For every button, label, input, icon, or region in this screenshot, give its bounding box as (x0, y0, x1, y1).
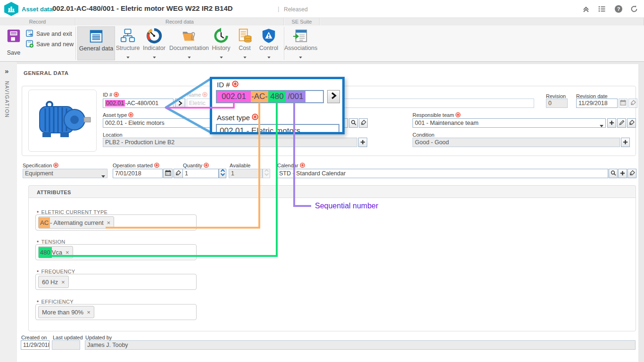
structure-icon (120, 28, 136, 44)
responsible-team-select[interactable]: 001 - Maintenance team (413, 118, 606, 128)
quantity-input[interactable]: 1 (182, 169, 219, 178)
required-icon (204, 163, 209, 169)
calendar-clear-button[interactable] (627, 169, 636, 178)
tab-general-data[interactable]: General data (77, 26, 115, 60)
quantity-label: Quantity (183, 163, 209, 169)
condition-add-button[interactable] (621, 138, 630, 147)
chip-text: More than 90% (42, 309, 83, 316)
attribute-field-efficiency[interactable]: More than 90%× (35, 304, 197, 320)
ribbon-separator (75, 27, 76, 60)
operation-started-calendar-button[interactable] (163, 169, 173, 178)
popup-asset-type-input[interactable]: 002.01 - Eletric motors (216, 124, 339, 134)
last-updated-input (52, 340, 80, 350)
location-input: PLB2 - Production Line B2 (103, 138, 357, 147)
tab-label: Control (257, 45, 280, 51)
attribute-field-eletric-current-type[interactable]: AC - Alternating current× (35, 214, 197, 230)
calendar-add-button[interactable] (618, 169, 627, 178)
section-title: GENERAL DATA (24, 70, 68, 76)
tab-indicator[interactable]: Indicator (140, 26, 168, 60)
save-button[interactable]: Save (3, 49, 25, 56)
id-segment-1: 002.01 (217, 91, 251, 102)
motor-image (34, 97, 91, 144)
tab-associations[interactable]: Associations (284, 26, 316, 60)
responsible-team-edit-button[interactable] (617, 118, 626, 128)
search-icon (351, 119, 356, 127)
quantity-stepper[interactable] (219, 169, 226, 178)
attribute-field-frequency[interactable]: 60 Hz× (35, 274, 197, 290)
chevron-right-icon (330, 92, 337, 101)
asset-photo[interactable] (28, 90, 97, 152)
attribute-chip: AC - Alternating current× (38, 216, 114, 229)
svg-text:?: ? (617, 6, 620, 12)
id-input[interactable]: 002.01-AC-480/001 (103, 99, 173, 108)
caret-down-icon[interactable] (140, 52, 168, 60)
tab-documentation[interactable]: Documentation (168, 26, 210, 60)
calendar-label: Calendar (277, 163, 305, 169)
calendar-search-button[interactable] (609, 169, 618, 178)
responsible-team-clear-button[interactable] (627, 118, 636, 128)
save-and-exit-button[interactable]: Save and exit (36, 31, 72, 37)
asset-type-label: Asset type (103, 112, 133, 118)
calendar-input[interactable]: STD - Standard Calendar (277, 169, 608, 178)
brush-icon (629, 169, 635, 178)
attribute-chip: 60 Hz× (38, 276, 69, 288)
required-icon (455, 112, 461, 118)
required-icon (202, 92, 207, 98)
revision-date-input[interactable]: 11/29/2018 (576, 99, 618, 108)
chip-remove-icon[interactable]: × (87, 309, 91, 316)
operation-started-label: Operation started (113, 163, 159, 169)
title-divider: | (278, 5, 279, 12)
tab-label: Cost (233, 45, 256, 51)
tab-label: Documentation (168, 45, 210, 51)
location-label: Location (103, 132, 123, 138)
chip-remove-icon[interactable]: × (61, 279, 65, 286)
popup-id-input[interactable]: 002.01-AC-480/001 (216, 90, 324, 103)
responsible-team-add-button[interactable] (607, 118, 616, 128)
tab-control[interactable]: Control (257, 26, 280, 60)
app-logo-icon[interactable] (4, 2, 18, 16)
operation-started-input[interactable]: 7/01/2018 (113, 169, 163, 178)
id-open-button[interactable] (175, 99, 185, 108)
save-and-new-button[interactable]: Save and new (36, 41, 74, 48)
help-icon[interactable]: ? (614, 5, 623, 13)
menu-list-icon[interactable] (598, 5, 606, 13)
caret-down-icon[interactable] (168, 52, 210, 60)
caret-down-icon[interactable] (210, 52, 232, 60)
spinner-icon (264, 169, 269, 178)
caret-down-icon[interactable] (233, 52, 256, 60)
required-icon (154, 163, 159, 169)
attribute-chip: 480 Vca× (38, 246, 73, 258)
brush-icon (361, 119, 366, 127)
specification-label: Specification (23, 163, 58, 169)
caret-down-icon[interactable] (114, 52, 142, 60)
attribute-field-tension[interactable]: 480 Vca× (35, 244, 197, 260)
asset-type-clear-button[interactable] (359, 118, 368, 128)
revision-date-clear-button (628, 99, 637, 108)
id-segment-4: /001 (286, 91, 305, 102)
plus-icon (360, 138, 365, 147)
operation-started-clear-button[interactable] (173, 169, 183, 178)
chip-remove-icon[interactable]: × (66, 249, 69, 256)
id-label: ID # (103, 92, 119, 98)
save-and-new-icon (26, 40, 34, 50)
required-icon (114, 92, 119, 98)
brush-icon (630, 99, 636, 107)
popup-open-button[interactable] (327, 90, 340, 103)
tab-structure[interactable]: Structure (114, 26, 142, 60)
chip-remove-icon[interactable]: × (107, 219, 111, 226)
revision-input: 0 (546, 99, 568, 108)
location-add-button[interactable] (358, 138, 367, 147)
asset-type-search-button[interactable] (349, 118, 358, 128)
tab-cost[interactable]: Cost (233, 26, 256, 60)
caret-down-icon[interactable] (257, 52, 280, 60)
tab-history[interactable]: History (210, 26, 232, 60)
expand-navigation-icon[interactable]: » (5, 67, 8, 75)
tab-label: History (210, 45, 232, 51)
collapse-toolbar-icon[interactable] (582, 5, 590, 13)
created-on-label: Created on (21, 335, 47, 340)
refresh-icon[interactable] (630, 5, 638, 13)
specification-select: Equipment (23, 169, 107, 178)
associations-icon (292, 28, 308, 44)
caret-down-icon[interactable] (284, 52, 316, 60)
ribbon-group-se-suite: SE Suite (284, 18, 320, 25)
